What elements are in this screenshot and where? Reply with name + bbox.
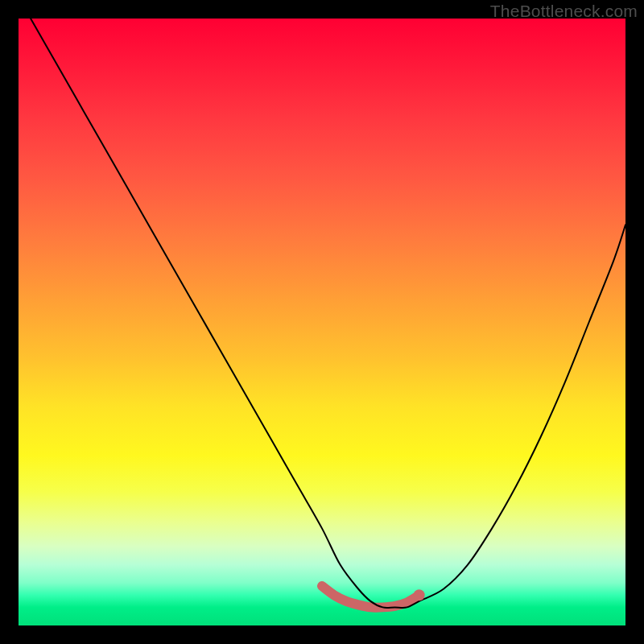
plot-area xyxy=(19,19,625,625)
bottleneck-curve xyxy=(31,19,625,608)
highlight-endpoint xyxy=(414,589,425,601)
chart-frame: TheBottleneck.com xyxy=(0,0,644,644)
curve-svg xyxy=(19,19,625,625)
highlight-segment xyxy=(322,586,419,608)
watermark-text: TheBottleneck.com xyxy=(490,2,638,21)
